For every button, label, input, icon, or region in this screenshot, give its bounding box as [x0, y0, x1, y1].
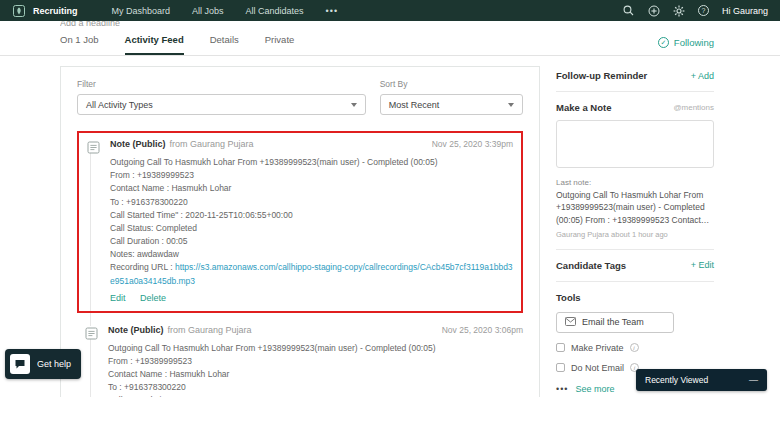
get-help-label: Get help [37, 359, 71, 369]
tab-details[interactable]: Details [210, 34, 239, 55]
right-sidebar: Follow-up Reminder + Add Make a Note @me… [556, 60, 714, 404]
note-line: Notes: awdawdaw [110, 248, 513, 261]
nav-more-icon[interactable]: ••• [326, 6, 338, 16]
nav-item-all-jobs[interactable]: All Jobs [192, 6, 224, 16]
note-author: from Gaurang Pujara [170, 139, 254, 149]
filter-label: Filter [77, 79, 366, 89]
tab-private[interactable]: Private [265, 34, 295, 55]
recently-viewed-bar[interactable]: Recently Viewed — [636, 369, 767, 391]
note-author: from Gaurang Pujara [168, 325, 252, 335]
filter-row: Filter All Activity Types Sort By Most R… [77, 79, 523, 115]
nav-item-all-candidates[interactable]: All Candidates [246, 6, 304, 16]
tab-activity-feed[interactable]: Activity Feed [125, 34, 184, 55]
chevron-down-icon [351, 103, 357, 107]
note-line: Call Started Time" : 2020-11-25T09:34:29… [108, 394, 523, 397]
note-line: From : +19389999523 [110, 169, 513, 182]
chevron-down-icon [508, 103, 514, 107]
minimize-icon[interactable]: — [749, 375, 758, 385]
note-line: Call Status: Completed [110, 222, 513, 235]
edit-tags-link[interactable]: + Edit [691, 260, 714, 270]
note-input[interactable] [556, 120, 714, 168]
note-body: Outgoing Call To Hasmukh Lohar From +193… [110, 156, 513, 288]
followup-reminder-section: Follow-up Reminder + Add [556, 60, 714, 92]
headline-strip: Add a headline [60, 21, 120, 29]
followup-reminder-title: Follow-up Reminder [556, 70, 647, 81]
note-line: Contact Name : Hasmukh Lohar [110, 182, 513, 195]
ellipsis-icon: ••• [556, 384, 568, 394]
sort-by-label: Sort By [380, 79, 523, 89]
info-icon: i [630, 343, 639, 352]
nav-item-my-dashboard[interactable]: My Dashboard [112, 6, 171, 16]
note-timestamp: Nov 25, 2020 3:39pm [432, 139, 513, 149]
edit-link[interactable]: Edit [110, 293, 126, 303]
email-the-team-label: Email the Team [582, 317, 644, 327]
last-note-text: Outgoing Call To Hasmukh Lohar From +193… [556, 189, 714, 226]
make-private-checkbox[interactable] [556, 343, 565, 352]
note-line: From : +19389999523 [108, 355, 523, 368]
tools-title: Tools [556, 292, 581, 303]
note-line: Call Started Time" : 2020-11-25T10:06:55… [110, 209, 513, 222]
feed-item-note-2: Note (Public) from Gaurang Pujara Nov 25… [77, 319, 523, 397]
recording-url-label: Recording URL : [110, 262, 173, 272]
top-navbar: Recruiting My Dashboard All Jobs All Can… [0, 0, 780, 21]
recently-viewed-label: Recently Viewed [645, 375, 708, 385]
sort-value: Most Recent [389, 100, 440, 110]
search-icon[interactable] [623, 5, 635, 17]
note-actions: Edit Delete [110, 293, 513, 303]
settings-gear-icon[interactable] [673, 5, 685, 17]
add-headline-text[interactable]: Add a headline [60, 21, 120, 28]
following-toggle[interactable]: ✓ Following [658, 37, 714, 48]
do-not-email-checkbox[interactable] [556, 363, 565, 372]
note-line: Contact Name : Hasmukh Lohar [108, 368, 523, 381]
add-reminder-link[interactable]: + Add [691, 71, 714, 81]
help-icon[interactable]: ? [698, 5, 709, 16]
note-line: To : +916378300220 [108, 381, 523, 394]
note-timestamp: Nov 25, 2020 3:06pm [442, 325, 523, 335]
note-title: Note (Public) [108, 325, 164, 335]
email-the-team-button[interactable]: Email the Team [556, 312, 674, 333]
make-private-label: Make Private [571, 343, 624, 353]
note-line: Outgoing Call To Hasmukh Lohar From +193… [110, 156, 513, 169]
make-a-note-title: Make a Note [556, 102, 611, 113]
get-help-button[interactable]: Get help [5, 349, 81, 379]
make-private-row[interactable]: Make Private i [556, 343, 714, 353]
nav-items: My Dashboard All Jobs All Candidates ••• [112, 6, 339, 16]
note-line: Call Duration : 00:05 [110, 235, 513, 248]
chat-bubble-icon [10, 354, 30, 374]
see-more-link[interactable]: See more [575, 384, 614, 394]
following-label: Following [674, 37, 714, 48]
note-title: Note (Public) [110, 139, 166, 149]
mentions-hint: @mentions [673, 103, 714, 112]
note-line: To : +916378300220 [110, 196, 513, 209]
feed-item-note-1: Note (Public) from Gaurang Pujara Nov 25… [77, 131, 523, 313]
note-icon [87, 140, 100, 153]
activity-type-select[interactable]: All Activity Types [77, 94, 366, 115]
recording-line: Recording URL : https://s3.amazonaws.com… [110, 261, 513, 287]
sort-select[interactable]: Most Recent [380, 94, 523, 115]
note-body: Outgoing Call To Hasmukh Lohar From +193… [108, 342, 523, 397]
check-circle-icon: ✓ [658, 37, 669, 48]
feed-list: Note (Public) from Gaurang Pujara Nov 25… [77, 131, 523, 397]
add-icon[interactable] [648, 5, 660, 17]
last-note-label: Last note: [556, 178, 714, 187]
tab-on-1-job[interactable]: On 1 Job [60, 34, 99, 55]
activity-feed-card: Filter All Activity Types Sort By Most R… [60, 66, 540, 397]
app-name: Recruiting [33, 6, 78, 16]
note-icon [85, 326, 98, 339]
make-a-note-section: Make a Note @mentions Last note: Outgoin… [556, 92, 714, 250]
user-menu[interactable]: Hi Gaurang [722, 6, 768, 16]
envelope-icon [565, 317, 576, 328]
candidate-tags-title: Candidate Tags [556, 260, 626, 271]
do-not-email-label: Do Not Email [571, 363, 624, 373]
last-note-meta: Gaurang Pujara about 1 hour ago [556, 230, 714, 239]
note-line: Outgoing Call To Hasmukh Lohar From +193… [108, 342, 523, 355]
activity-type-value: All Activity Types [86, 100, 153, 110]
delete-link[interactable]: Delete [140, 293, 166, 303]
nav-right-group: ? Hi Gaurang [623, 5, 768, 17]
app-logo-icon[interactable] [12, 4, 25, 17]
candidate-tags-section: Candidate Tags + Edit [556, 250, 714, 282]
